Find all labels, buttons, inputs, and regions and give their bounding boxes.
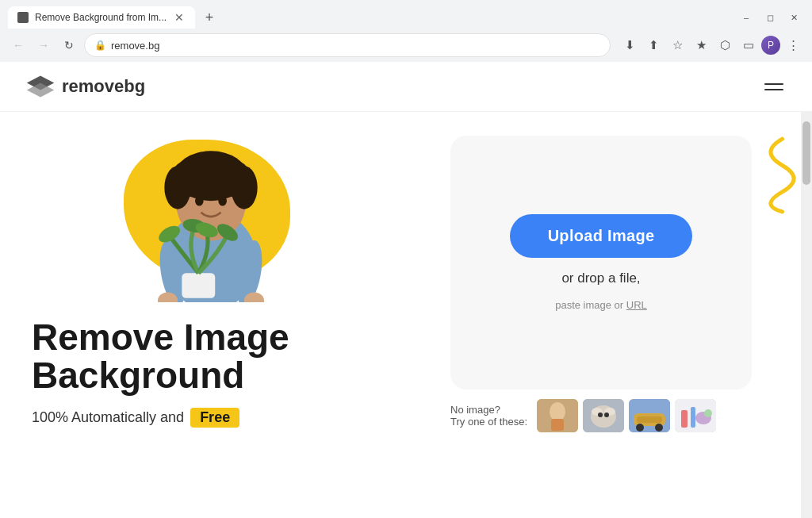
no-image-text: No image? <box>450 404 500 416</box>
left-panel: Remove Image Background 100% Automatical… <box>0 112 406 518</box>
svg-point-22 <box>550 402 565 421</box>
svg-point-28 <box>598 412 603 417</box>
url-text: remove.bg <box>111 40 159 52</box>
svg-point-29 <box>604 412 609 417</box>
maximize-button[interactable]: ◻ <box>760 10 780 25</box>
right-panel: Upload Image or drop a file, paste image… <box>406 112 812 518</box>
forward-button[interactable]: → <box>33 35 54 56</box>
url-bar[interactable]: 🔒 remove.bg <box>84 33 611 57</box>
address-bar: ← → ↻ 🔒 remove.bg ⬇ ⬆ ☆ ★ ⬡ ▭ P ⋮ <box>0 29 812 62</box>
svg-rect-16 <box>182 273 215 297</box>
bookmark-icon[interactable]: ☆ <box>666 34 688 56</box>
svg-point-39 <box>704 409 712 417</box>
scrollbar-thumb[interactable] <box>802 121 810 185</box>
try-these-section: No image? Try one of these: <box>450 399 752 432</box>
svg-point-10 <box>195 196 203 206</box>
drop-text: or drop a file, <box>561 271 640 286</box>
svg-point-11 <box>218 196 226 206</box>
title-bar: Remove Background from Im... ✕ + – ◻ ✕ <box>0 0 812 29</box>
svg-rect-23 <box>551 419 564 431</box>
hamburger-line-1 <box>764 83 783 85</box>
hamburger-menu[interactable] <box>761 80 787 94</box>
new-tab-button[interactable]: + <box>198 6 220 29</box>
share-icon[interactable]: ⬆ <box>642 34 665 56</box>
hero-person-image <box>100 128 322 302</box>
split-view-icon[interactable]: ▭ <box>737 34 760 56</box>
logo[interactable]: removebg <box>25 75 145 98</box>
profile-icon[interactable]: P <box>761 36 780 55</box>
sample-image-2[interactable] <box>583 399 624 432</box>
svg-point-8 <box>171 161 201 198</box>
url-link[interactable]: URL <box>626 299 647 311</box>
logo-remove: remove <box>62 76 124 96</box>
sample-image-1[interactable] <box>537 399 578 432</box>
star-icon[interactable]: ★ <box>690 34 712 56</box>
window-controls: – ◻ ✕ <box>736 10 804 25</box>
logo-text: removebg <box>62 76 145 97</box>
try-these-label: No image? Try one of these: <box>450 404 527 428</box>
close-button[interactable]: ✕ <box>783 10 804 25</box>
tab-title: Remove Background from Im... <box>35 12 167 23</box>
hero-title: Remove Image Background <box>32 318 390 395</box>
back-button[interactable]: ← <box>8 35 29 56</box>
try-one-text: Try one of these: <box>450 416 527 428</box>
upload-image-button[interactable]: Upload Image <box>510 214 693 258</box>
hero-image-container <box>100 128 322 302</box>
svg-rect-32 <box>637 416 662 423</box>
tab-favicon <box>17 12 29 23</box>
sample-image-4[interactable] <box>675 399 716 432</box>
sample-image-3[interactable] <box>629 399 670 432</box>
paste-label: paste image or <box>555 299 623 311</box>
hamburger-line-2 <box>764 89 783 90</box>
extensions-icon[interactable]: ⬡ <box>714 34 736 56</box>
drop-sub-text: paste image or URL <box>555 299 647 311</box>
scrollbar[interactable] <box>801 112 812 518</box>
hero-text: Remove Image Background 100% Automatical… <box>32 310 390 428</box>
minimize-button[interactable]: – <box>736 10 756 25</box>
hero-title-line2: Background <box>32 355 244 396</box>
tab-close-button[interactable]: ✕ <box>173 11 186 24</box>
page-content: removebg <box>0 62 812 518</box>
svg-point-9 <box>221 161 251 198</box>
reload-button[interactable]: ↻ <box>59 35 79 56</box>
main-content: Remove Image Background 100% Automatical… <box>0 112 812 518</box>
free-badge: Free <box>190 408 239 428</box>
sample-images <box>537 399 716 432</box>
svg-rect-36 <box>681 410 688 428</box>
hero-subtitle-text: 100% Automatically and <box>32 409 184 426</box>
browser-chrome: Remove Background from Im... ✕ + – ◻ ✕ ←… <box>0 0 812 62</box>
logo-bg: bg <box>124 76 145 96</box>
logo-icon <box>25 75 56 98</box>
navbar: removebg <box>0 62 812 112</box>
menu-icon[interactable]: ⋮ <box>782 34 804 56</box>
upload-card[interactable]: Upload Image or drop a file, paste image… <box>450 136 752 389</box>
yellow-squiggle-decoration <box>749 136 796 215</box>
hero-subtitle: 100% Automatically and Free <box>32 408 390 428</box>
lock-icon: 🔒 <box>94 40 106 51</box>
browser-tab[interactable]: Remove Background from Im... ✕ <box>8 6 195 29</box>
svg-point-34 <box>655 424 663 432</box>
download-icon[interactable]: ⬇ <box>619 34 641 56</box>
toolbar-icons: ⬇ ⬆ ☆ ★ ⬡ ▭ P ⋮ <box>619 34 804 56</box>
svg-rect-37 <box>691 407 695 428</box>
svg-point-33 <box>636 424 644 432</box>
hero-title-line1: Remove Image <box>32 317 289 358</box>
